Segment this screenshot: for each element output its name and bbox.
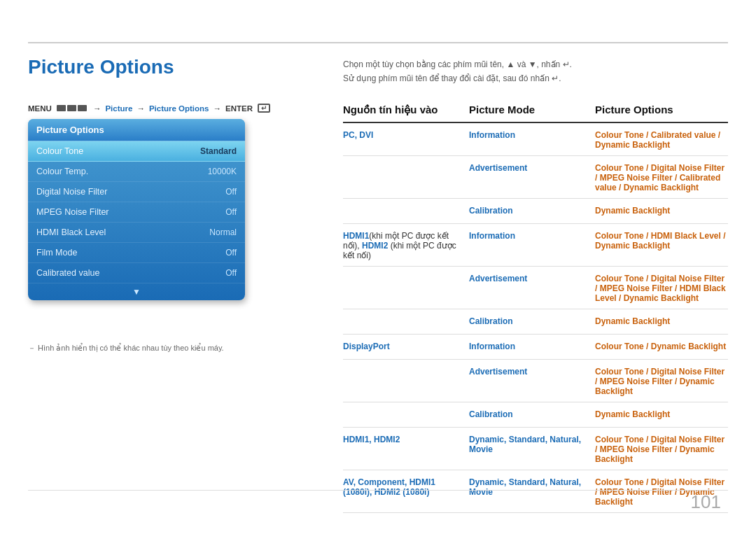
table-row: Calibration Dynamic Backlight bbox=[343, 199, 728, 224]
panel-title: Picture Options bbox=[28, 119, 245, 141]
panel-item-label-film-mode: Film Mode bbox=[36, 248, 77, 258]
mode-cell: Information bbox=[469, 340, 595, 351]
source-cell: HDMI1, HDMI2 bbox=[343, 433, 469, 444]
source-cell bbox=[343, 315, 469, 316]
panel-scroll-arrow: ▼ bbox=[28, 283, 245, 300]
options-cell: Dynamic Backlight bbox=[595, 315, 728, 326]
table-row: DisplayPort Information Colour Tone / Dy… bbox=[343, 335, 728, 360]
header-options: Picture Options bbox=[595, 104, 728, 116]
enter-icon: ↵ bbox=[258, 104, 270, 113]
panel-item-colour-temp[interactable]: Colour Temp. 10000K bbox=[28, 162, 245, 182]
note-text: － Hình ảnh hiển thị có thể khác nhau tùy… bbox=[28, 343, 224, 353]
source-cell bbox=[343, 162, 469, 163]
panel-item-value-hdmi-black: Normal bbox=[209, 227, 237, 237]
panel-item-mpeg-noise[interactable]: MPEG Noise Filter Off bbox=[28, 202, 245, 223]
panel-item-value-film-mode: Off bbox=[225, 248, 237, 258]
source-cell: AV, Component, HDMI1 (1080i), HDMI2 (108… bbox=[343, 476, 469, 497]
option-text: Dynamic Backlight bbox=[595, 316, 670, 326]
panel-item-value-calibrated: Off bbox=[225, 268, 237, 278]
source-cell bbox=[343, 204, 469, 206]
mode-cell: Dynamic, Standard, Natural, Movie bbox=[469, 433, 595, 454]
bottom-divider bbox=[28, 490, 728, 491]
panel-item-colour-tone[interactable]: Colour Tone Standard bbox=[28, 141, 245, 162]
mode-cell: Calibration bbox=[469, 408, 595, 419]
panel-item-hdmi-black[interactable]: HDMI Black Level Normal bbox=[28, 223, 245, 243]
options-cell: Colour Tone / Digital Noise Filter / MPE… bbox=[595, 433, 728, 464]
source-hdmi1: HDMI1 bbox=[343, 231, 369, 241]
options-cell: Colour Tone / Digital Noise Filter / MPE… bbox=[595, 365, 728, 396]
nav-enter-label: ENTER bbox=[225, 104, 253, 113]
mode-cell: Information bbox=[469, 129, 595, 140]
mode-cell: Dynamic, Standard, Natural, Movie bbox=[469, 476, 595, 497]
source-cell bbox=[343, 365, 469, 367]
option-text: Colour Tone / Digital Noise Filter / MPE… bbox=[595, 163, 724, 192]
panel-item-calibrated[interactable]: Calibrated value Off bbox=[28, 263, 245, 283]
options-cell: Colour Tone / Digital Noise Filter / MPE… bbox=[595, 272, 728, 303]
nav-arrow1: → bbox=[93, 104, 102, 113]
menu-nav: MENU → Picture → Picture Options → ENTER… bbox=[28, 104, 270, 113]
panel-item-value-colour-temp: 10000K bbox=[208, 167, 237, 176]
table-row: Calibration Dynamic Backlight bbox=[343, 309, 728, 335]
header-mode: Picture Mode bbox=[469, 104, 595, 116]
option-text: Colour Tone / Digital Noise Filter / MPE… bbox=[595, 367, 724, 396]
table-row: Advertisement Colour Tone / Digital Nois… bbox=[343, 156, 728, 199]
options-cell: Dynamic Backlight bbox=[595, 204, 728, 216]
panel-item-label-mpeg-noise: MPEG Noise Filter bbox=[36, 207, 109, 217]
option-text: Colour Tone / HDMI Black Level / Dynamic… bbox=[595, 231, 725, 251]
top-divider bbox=[28, 42, 728, 43]
options-cell: Dynamic Backlight bbox=[595, 408, 728, 419]
panel-item-digital-noise[interactable]: Digital Noise Filter Off bbox=[28, 182, 245, 202]
mode-cell: Advertisement bbox=[469, 365, 595, 377]
panel-item-label-colour-tone: Colour Tone bbox=[36, 146, 83, 156]
panel-item-value-mpeg-noise: Off bbox=[225, 207, 237, 217]
options-cell: Colour Tone / Dynamic Backlight bbox=[595, 340, 728, 351]
instruction-line1: Chọn một tùy chọn bằng các phím mũi tên,… bbox=[343, 57, 572, 71]
option-text: Colour Tone / Digital Noise Filter / MPE… bbox=[595, 274, 726, 303]
panel-item-film-mode[interactable]: Film Mode Off bbox=[28, 243, 245, 263]
options-cell: Colour Tone / Digital Noise Filter / MPE… bbox=[595, 162, 728, 192]
nav-arrow2: → bbox=[136, 104, 145, 113]
instruction-line2: Sử dụng phím mũi tên để thay đổi cài đặt… bbox=[343, 71, 572, 85]
mode-cell: Calibration bbox=[469, 204, 595, 216]
mode-cell: Advertisement bbox=[469, 272, 595, 283]
nav-picture: Picture bbox=[105, 104, 132, 113]
table-row: HDMI1(khi một PC được kết nối), HDMI2 (k… bbox=[343, 224, 728, 267]
mode-cell: Advertisement bbox=[469, 162, 595, 173]
table-section: Nguồn tín hiệu vào Picture Mode Picture … bbox=[343, 104, 728, 513]
option-text: Colour Tone / Calibrated value / Dynamic… bbox=[595, 130, 720, 150]
header-source: Nguồn tín hiệu vào bbox=[343, 104, 469, 116]
options-cell: Colour Tone / Calibrated value / Dynamic… bbox=[595, 129, 728, 150]
option-text: Colour Tone / Dynamic Backlight bbox=[595, 342, 726, 351]
table-row: Calibration Dynamic Backlight bbox=[343, 402, 728, 428]
mode-cell: Calibration bbox=[469, 315, 595, 326]
nav-arrow3: → bbox=[214, 104, 222, 113]
option-text: Dynamic Backlight bbox=[595, 206, 670, 216]
source-cell bbox=[343, 408, 469, 409]
options-cell: Colour Tone / HDMI Black Level / Dynamic… bbox=[595, 230, 728, 251]
table-row: AV, Component, HDMI1 (1080i), HDMI2 (108… bbox=[343, 470, 728, 513]
table-header: Nguồn tín hiệu vào Picture Mode Picture … bbox=[343, 104, 728, 123]
source-cell: DisplayPort bbox=[343, 340, 469, 351]
picture-options-panel: Picture Options Colour Tone Standard Col… bbox=[28, 119, 245, 300]
option-text: Colour Tone / Digital Noise Filter / MPE… bbox=[595, 435, 724, 464]
source-cell: HDMI1(khi một PC được kết nối), HDMI2 (k… bbox=[343, 230, 469, 260]
nav-picture-options: Picture Options bbox=[149, 104, 209, 113]
table-row: PC, DVI Information Colour Tone / Calibr… bbox=[343, 123, 728, 156]
source-cell bbox=[343, 272, 469, 274]
mode-cell: Information bbox=[469, 230, 595, 241]
panel-item-label-colour-temp: Colour Temp. bbox=[36, 167, 88, 176]
table-row: Advertisement Colour Tone / Digital Nois… bbox=[343, 267, 728, 309]
page-title: Picture Options bbox=[28, 56, 174, 78]
table-row: Advertisement Colour Tone / Digital Nois… bbox=[343, 360, 728, 402]
panel-item-label-hdmi-black: HDMI Black Level bbox=[36, 227, 106, 237]
option-text: Dynamic Backlight bbox=[595, 409, 670, 419]
panel-item-value-colour-tone: Standard bbox=[200, 146, 237, 156]
menu-icon bbox=[57, 105, 87, 111]
panel-item-value-digital-noise: Off bbox=[225, 187, 237, 197]
table-row: HDMI1, HDMI2 Dynamic, Standard, Natural,… bbox=[343, 428, 728, 470]
panel-item-label-digital-noise: Digital Noise Filter bbox=[36, 187, 107, 197]
source-hdmi2: HDMI2 bbox=[362, 241, 388, 251]
source-cell: PC, DVI bbox=[343, 129, 469, 140]
page-number: 101 bbox=[691, 491, 721, 513]
instruction-block: Chọn một tùy chọn bằng các phím mũi tên,… bbox=[343, 57, 572, 86]
